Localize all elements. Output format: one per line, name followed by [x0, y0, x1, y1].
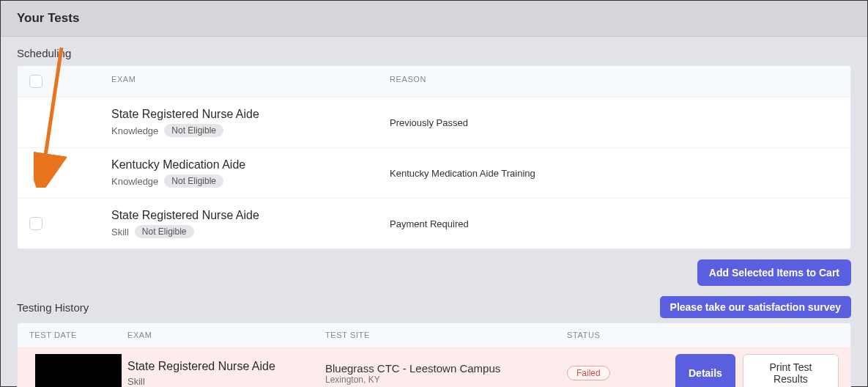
column-header-reason: REASON [390, 75, 850, 88]
exam-title: State Registered Nurse Aide [111, 108, 390, 121]
row-checkbox[interactable] [29, 217, 42, 230]
column-header-site: TEST SITE [325, 331, 567, 339]
exam-type: Skill [111, 226, 129, 237]
history-exam-title: State Registered Nurse Aide [127, 360, 325, 373]
exam-title: State Registered Nurse Aide [111, 209, 390, 222]
history-row: State Registered Nurse Aide Skill Bluegr… [18, 347, 850, 387]
scheduling-row: Kentucky Medication Aide Knowledge Not E… [18, 147, 850, 198]
page-title: Your Tests [17, 11, 851, 26]
eligibility-badge: Not Eligible [135, 225, 194, 238]
column-header-status: STATUS [567, 331, 675, 339]
test-site-name: Bluegrass CTC - Leestown Campus [325, 362, 567, 375]
exam-type: Knowledge [111, 125, 158, 136]
test-site-location: Lexington, KY [325, 375, 567, 385]
history-table: TEST DATE EXAM TEST SITE STATUS State Re… [17, 322, 851, 387]
column-header-date: TEST DATE [18, 331, 127, 339]
history-table-header: TEST DATE EXAM TEST SITE STATUS [18, 323, 850, 347]
status-badge: Failed [567, 366, 610, 380]
details-button[interactable]: Details [675, 354, 735, 387]
scheduling-row: State Registered Nurse Aide Skill Not El… [18, 198, 850, 248]
print-results-button[interactable]: Print Test Results [743, 354, 839, 387]
exam-type: Knowledge [111, 176, 158, 187]
exam-title: Kentucky Medication Aide [111, 158, 390, 172]
scheduling-row: State Registered Nurse Aide Knowledge No… [18, 97, 850, 147]
reason-text: Payment Required [390, 218, 469, 229]
reason-text: Kentucky Medication Aide Training [390, 168, 535, 179]
reason-text: Previously Passed [390, 117, 468, 128]
page-header: Your Tests [1, 1, 867, 37]
column-header-exam: EXAM [111, 75, 390, 88]
redacted-date [35, 354, 122, 387]
add-to-cart-button[interactable]: Add Selected Items to Cart [697, 259, 851, 286]
scheduling-title: Scheduling [17, 47, 851, 59]
survey-button[interactable]: Please take our satisfaction survey [660, 296, 851, 318]
eligibility-badge: Not Eligible [164, 174, 223, 188]
history-exam-type: Skill [127, 376, 145, 387]
history-title: Testing History [17, 301, 89, 314]
column-header-exam: EXAM [127, 331, 325, 339]
eligibility-badge: Not Eligible [164, 124, 223, 137]
scheduling-table-header: EXAM REASON [18, 66, 850, 97]
scheduling-table: EXAM REASON State Registered Nurse Aide … [17, 65, 851, 249]
select-all-checkbox[interactable] [29, 75, 42, 88]
